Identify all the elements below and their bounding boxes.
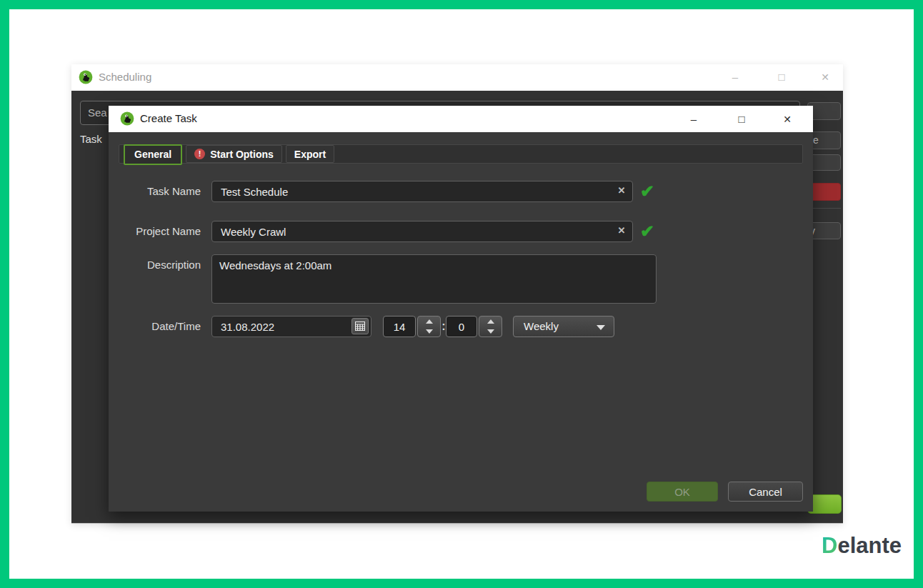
maximize-icon[interactable]: □ [735,112,748,126]
hour-input[interactable] [383,316,416,337]
spin-down-button[interactable] [479,327,502,337]
maximize-icon[interactable]: □ [775,70,788,84]
tab-strip: General ! Start Options Export [119,144,803,164]
project-name-label: Project Name [109,221,201,242]
cancel-button[interactable]: Cancel [728,482,803,502]
tab-label: General [134,149,171,160]
minute-input[interactable] [446,316,477,337]
description-textarea[interactable]: Wednesdays at 2:00am [211,254,657,304]
tab-general[interactable]: General [124,144,182,165]
tab-label: Export [294,149,326,160]
minimize-icon[interactable]: – [729,70,742,84]
spin-up-button[interactable] [418,317,440,327]
clear-icon[interactable]: ✕ [616,185,627,196]
dialog-title: Create Task [140,112,197,124]
screaming-frog-icon [79,70,93,84]
arrow-down-icon [487,329,494,334]
task-name-input[interactable] [211,181,633,202]
dialog-content: General ! Start Options Export Task Name… [109,132,813,512]
tab-start-options[interactable]: ! Start Options [186,145,282,163]
project-name-input[interactable] [211,221,633,242]
calendar-button[interactable] [351,318,369,334]
valid-check-icon: ✔ [640,181,659,202]
datetime-label: Date/Time [109,316,201,337]
arrow-down-icon [426,329,433,334]
valid-check-icon: ✔ [640,221,659,242]
tab-label: Start Options [210,149,274,160]
task-column-header: Task [80,133,102,145]
create-task-dialog: Create Task – □ ✕ General ! Start Option… [109,106,813,512]
date-input[interactable] [211,316,371,337]
delante-logo: Delante [822,533,902,559]
date-field-wrap [211,316,371,337]
hour-spinner [417,316,441,337]
description-label: Description [109,254,201,276]
spin-up-button[interactable] [479,317,502,327]
scheduling-titlebar: Scheduling – □ ✕ [71,64,843,91]
window-title: Scheduling [99,71,151,83]
arrow-up-icon [426,319,433,324]
delante-logo-rest: elante [837,533,902,558]
arrow-up-icon [487,319,494,324]
spin-down-button[interactable] [418,327,440,337]
delante-logo-d: D [822,533,837,558]
minute-spinner [479,316,502,337]
minimize-icon[interactable]: – [687,112,700,126]
frequency-dropdown[interactable]: Weekly [513,316,614,337]
ok-button[interactable]: OK [647,482,718,502]
task-name-label: Task Name [109,181,201,202]
project-name-field-wrap: ✕ [211,221,633,242]
task-name-field-wrap: ✕ [211,181,633,202]
chevron-down-icon [597,325,605,330]
tab-export[interactable]: Export [286,145,334,163]
frequency-value: Weekly [524,320,559,332]
clear-icon[interactable]: ✕ [616,225,627,236]
close-icon[interactable]: ✕ [781,112,794,126]
calendar-icon [355,322,365,331]
warning-icon: ! [194,149,205,159]
close-icon[interactable]: ✕ [819,70,832,84]
screaming-frog-icon [120,111,134,126]
dialog-titlebar: Create Task – □ ✕ [109,106,813,132]
